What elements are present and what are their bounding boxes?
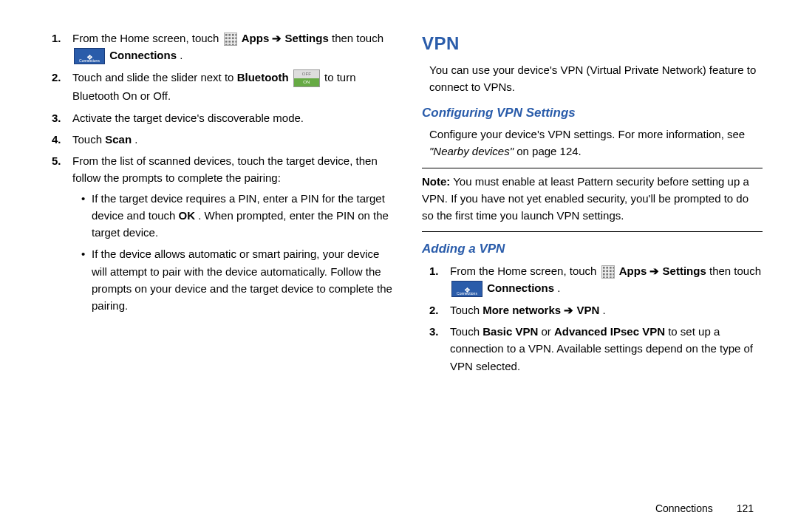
- note-body-first: You must enable at least Pattern securit…: [422, 175, 749, 222]
- text: or: [541, 325, 554, 338]
- text: Touch and slide the slider next to: [72, 71, 237, 83]
- connections-label: Connections: [487, 282, 554, 294]
- text: Touch: [450, 325, 482, 338]
- text: Touch: [72, 133, 105, 146]
- advanced-ipsec-vpn-label: Advanced IPsec VPN: [554, 325, 665, 338]
- text: From the Home screen, touch: [72, 32, 222, 44]
- arrow-icon: ➔: [649, 265, 662, 277]
- vpn-label: VPN: [576, 304, 599, 316]
- more-networks-label: More networks: [482, 304, 561, 316]
- step-4: Touch Scan .: [52, 131, 392, 148]
- text: From the Home screen, touch: [450, 265, 600, 277]
- step-5: From the list of scanned devices, touch …: [52, 152, 392, 314]
- on-off-toggle-icon: OFFON: [293, 69, 320, 87]
- bluetooth-pairing-steps: From the Home screen, touch Apps ➔ Setti…: [52, 30, 392, 314]
- connections-tile-icon: [451, 281, 482, 297]
- add-step-2: Touch More networks ➔ VPN .: [429, 301, 763, 318]
- note-rule-top: [422, 168, 763, 168]
- arrow-icon: ➔: [272, 32, 284, 44]
- adding-vpn-steps: From the Home screen, touch Apps ➔ Setti…: [429, 262, 763, 375]
- cross-reference: "Nearby devices": [429, 145, 514, 157]
- settings-label: Settings: [285, 32, 329, 44]
- text: .: [134, 133, 137, 146]
- footer-page-number: 121: [737, 502, 754, 514]
- text: Touch: [450, 304, 482, 316]
- page-footer: Connections 121: [655, 502, 754, 514]
- text: on page 124.: [516, 145, 582, 157]
- vpn-intro-text: You can use your device's VPN (Virtual P…: [429, 61, 763, 96]
- text: If the device allows automatic or smart …: [92, 248, 392, 312]
- configuring-vpn-subhead: Configuring VPN Settings: [422, 103, 763, 123]
- settings-label: Settings: [663, 265, 706, 277]
- connections-label: Connections: [109, 49, 177, 61]
- text: .: [180, 49, 183, 61]
- bluetooth-label: Bluetooth: [237, 71, 289, 83]
- apps-label: Apps: [619, 265, 647, 277]
- basic-vpn-label: Basic VPN: [482, 325, 538, 338]
- apps-label: Apps: [242, 32, 270, 44]
- pairing-sub-bullets: If the target device requires a PIN, ent…: [81, 190, 392, 315]
- note-block: Note: You must enable at least Pattern s…: [422, 173, 763, 225]
- ok-label: OK: [179, 209, 196, 222]
- text: then touch: [709, 265, 761, 277]
- footer-section-name: Connections: [655, 502, 713, 514]
- arrow-icon: ➔: [564, 304, 576, 316]
- step-1: From the Home screen, touch Apps ➔ Setti…: [52, 30, 392, 64]
- step-3: Activate the target device's discoverabl…: [52, 109, 392, 126]
- text: .: [602, 304, 605, 316]
- text: then touch: [332, 32, 383, 44]
- note-rule-bottom: [422, 231, 763, 232]
- right-column: VPN You can use your device's VPN (Virtu…: [422, 30, 763, 517]
- add-step-3: Touch Basic VPN or Advanced IPsec VPN to…: [429, 323, 763, 375]
- connections-tile-icon: [74, 48, 105, 64]
- text: Activate the target device's discoverabl…: [72, 112, 304, 124]
- note-label: Note:: [422, 175, 450, 188]
- bullet-pin: If the target device requires a PIN, ent…: [81, 190, 392, 242]
- text: .: [557, 282, 560, 294]
- configuring-vpn-body: Configure your device's VPN settings. Fo…: [429, 126, 763, 160]
- adding-vpn-subhead: Adding a VPN: [422, 239, 763, 259]
- apps-grid-icon: [224, 33, 237, 46]
- apps-grid-icon: [601, 265, 615, 279]
- bullet-auto-pair: If the device allows automatic or smart …: [81, 245, 392, 314]
- step-2: Touch and slide the slider next to Bluet…: [52, 69, 392, 104]
- text: From the list of scanned devices, touch …: [72, 154, 378, 184]
- vpn-section-title: VPN: [422, 30, 763, 57]
- text: Configure your device's VPN settings. Fo…: [429, 128, 745, 140]
- scan-label: Scan: [105, 133, 132, 146]
- left-column: From the Home screen, touch Apps ➔ Setti…: [52, 30, 392, 517]
- add-step-1: From the Home screen, touch Apps ➔ Setti…: [429, 262, 763, 297]
